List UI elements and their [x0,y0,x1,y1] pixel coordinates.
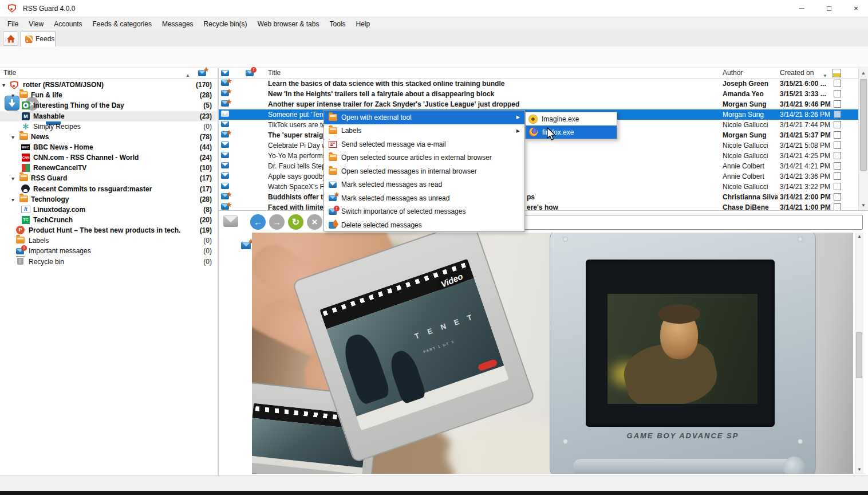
menu-item-delete[interactable]: Delete selected messages [324,218,524,232]
label-color-cell[interactable] [834,162,841,170]
menu-item-send-email[interactable]: Send selected message via e-mail [324,138,524,151]
menu-tools[interactable]: Tools [324,20,350,28]
submenu-item-imagine[interactable]: Imagine.exe [526,112,617,125]
menu-web-browser-tabs[interactable]: Web browser & tabs [252,20,325,28]
scroll-up-arrow[interactable]: ▲ [855,233,863,241]
label-color-cell[interactable] [834,172,841,180]
expand-arrow[interactable] [11,132,14,143]
created-column-header[interactable]: Created on [780,69,814,77]
scroll-up-arrow[interactable]: ▲ [859,68,868,78]
scrollbar-thumb[interactable] [856,332,862,378]
feed-item-important-messages[interactable]: Important messages (0) [0,246,216,256]
feed-item-labels[interactable]: Labels (0) [0,235,216,246]
menu-accounts[interactable]: Accounts [49,20,87,28]
delete-icon [329,222,336,229]
preview-star-button[interactable] [241,242,251,249]
title-column-header[interactable]: Title [268,69,281,77]
importance-column-header-icon[interactable] [246,70,254,76]
feed-item-mashable[interactable]: Mashable (23) [0,111,216,121]
feed-item-news[interactable]: News (78) [0,132,216,142]
expand-arrow[interactable] [11,173,14,184]
browser-stop-button[interactable] [307,214,322,230]
feed-item-rotter[interactable]: rotter (RSS/ATOM/JSON) (170) [0,80,216,90]
scroll-down-arrow[interactable]: ▼ [855,466,863,474]
menu-messages[interactable]: Messages [157,20,199,28]
menu-file[interactable]: File [2,20,23,28]
browser-back-button[interactable] [250,214,266,230]
scrollbar-thumb[interactable] [860,79,867,171]
label-color-cell[interactable] [834,131,841,139]
art-hinge-cap [783,457,805,474]
message-row[interactable]: Learn the basics of data science with th… [219,78,858,89]
feed-item-techcrunch[interactable]: TechCrunch (20) [0,215,216,225]
label-color-column-header[interactable] [833,69,841,77]
menu-help[interactable]: Help [350,20,375,28]
menu-item-open-internal-browser[interactable]: Open selected messages in internal brows… [324,164,524,178]
label-color-cell[interactable] [834,111,841,118]
label-color-cell[interactable] [834,152,841,159]
feed-item-linuxtoday[interactable]: Linuxtoday.com (8) [0,205,216,215]
feed-item-recent-commits[interactable]: Recent Commits to rssguard:master (17) [0,184,216,194]
read-column-header-icon[interactable] [221,70,229,76]
message-row[interactable]: Another super intense trailer for Zack S… [219,99,858,109]
preview-mark-read-button[interactable] [223,215,238,227]
label-color-cell[interactable] [834,121,841,128]
author-column-header[interactable]: Author [723,69,743,77]
feed-item-renewcanceltv[interactable]: RenewCancelTV (10) [0,163,216,173]
message-list-header[interactable]: Title Author Created on [219,68,858,78]
close-button[interactable]: × [846,2,866,15]
scroll-down-arrow[interactable]: ▼ [859,201,868,210]
browser-reload-button[interactable] [288,214,303,230]
feed-header-unread-icon[interactable] [198,70,206,76]
message-row[interactable]: Dr. Fauci tells Steph Annie Colbert 3/14… [219,161,858,171]
expand-arrow[interactable] [2,80,5,91]
menu-item-switch-importance[interactable]: Switch importance of selected messages [324,205,524,219]
label-color-cell[interactable] [834,203,841,210]
menu-feeds-categories[interactable]: Feeds & categories [88,20,157,28]
home-tab-button[interactable] [3,32,18,46]
label-color-cell[interactable] [834,183,841,190]
read-envelope-icon [221,142,229,148]
menu-item-mark-unread[interactable]: Mark selected messages as unread [324,191,524,205]
menu-item-open-external-tool[interactable]: Open with external tool [324,111,524,124]
label-color-cell[interactable] [834,142,841,149]
feed-item-technology-folder[interactable]: Technology (28) [0,194,216,205]
menu-item-labels[interactable]: Labels [324,124,524,138]
minimize-button[interactable]: ─ [792,2,811,15]
feed-item-bbc-news[interactable]: BBC News - Home (44) [0,142,216,152]
tab-feeds[interactable]: Feeds [21,31,56,46]
feed-list-header[interactable]: Title [0,68,218,78]
menu-item-open-external-browser[interactable]: Open selected source articles in externa… [324,151,524,165]
menu-recycle-bins[interactable]: Recycle bin(s) [199,20,252,28]
feed-favicon [21,144,30,150]
feed-item-fun-life[interactable]: Fun & life (28) [0,90,216,100]
menu-item-mark-read[interactable]: Mark selected messages as read [324,178,524,192]
feed-item-recycle-bin[interactable]: Recycle bin (0) [0,257,216,267]
maximize-button[interactable]: □ [819,2,839,15]
label-color-cell[interactable] [834,80,841,87]
message-list-scrollbar[interactable]: ▲ ▼ [858,68,868,210]
message-row[interactable]: Buddhists offer th ps Christianna Silva … [219,192,858,202]
expand-arrow[interactable] [11,194,14,205]
message-row[interactable]: Celebrate Pi Day wit Nicole Gallucci 3/1… [219,140,858,151]
expand-arrow[interactable] [11,90,14,101]
unread-star-icon [329,195,337,201]
message-row[interactable]: Yo-Yo Ma performs s Nicole Gallucci 3/14… [219,151,858,161]
browser-forward-button[interactable] [269,214,285,230]
feed-item-product-hunt[interactable]: Product Hunt – The best new products in … [0,225,216,235]
message-row[interactable]: Watch SpaceX's Fal Nicole Gallucci 3/14/… [219,182,858,192]
menu-view[interactable]: View [23,20,49,28]
feed-item-rss-guard-folder[interactable]: RSS Guard (17) [0,173,216,183]
art-hinge [573,459,794,474]
feed-item-interesting-thing[interactable]: Interesting Thing of the Day (5) [0,100,216,111]
label-color-cell[interactable] [834,90,841,97]
label-color-cell[interactable] [834,193,841,201]
message-row[interactable]: Faced with limite ere's how Chase DiBene… [219,202,858,210]
label-color-cell[interactable] [834,100,841,108]
message-row[interactable]: New 'In the Heights' trailers tell a fai… [219,89,858,99]
submenu-item-firefox[interactable]: firefox.exe [526,125,617,139]
message-row[interactable]: Apple says goodbye Annie Colbert 3/14/21… [219,171,858,182]
preview-scrollbar[interactable]: ▲ ▼ [855,233,863,474]
feed-item-cnn[interactable]: CNN.com - RSS Channel - World (24) [0,152,216,163]
feed-item-simply-recipes[interactable]: Simply Recipes (0) [0,121,216,132]
